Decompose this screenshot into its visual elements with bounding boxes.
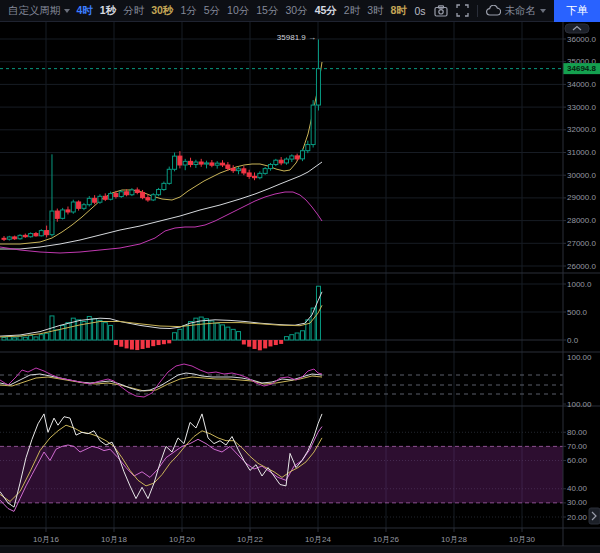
volume-bar — [13, 338, 17, 340]
candle-body — [39, 231, 43, 236]
candle-body — [316, 69, 320, 105]
candle-body — [226, 165, 230, 168]
volume-bar — [103, 323, 107, 340]
volume-bar — [162, 340, 166, 344]
candle-body — [125, 192, 129, 195]
candle-body — [141, 192, 145, 197]
volume-bar — [125, 340, 129, 348]
candle-body — [61, 210, 65, 218]
candle-body — [55, 211, 59, 218]
volume-bar — [29, 336, 33, 340]
countdown-timer: 0s — [414, 5, 425, 17]
axis-label: 10月30 — [509, 535, 535, 544]
candle-body — [231, 168, 235, 170]
volume-bar — [167, 340, 171, 343]
candle-body — [295, 156, 299, 159]
candle-body — [173, 156, 177, 169]
expand-panel-button[interactable] — [589, 508, 600, 524]
chart-canvas[interactable]: 36000.035000.034000.033000.032000.031000… — [0, 22, 600, 553]
axis-label: 10月22 — [237, 535, 263, 544]
collapse-panel-button[interactable] — [565, 24, 589, 33]
candle-body — [34, 234, 38, 236]
period-tab-9[interactable]: 45分 — [315, 4, 337, 18]
candle-body — [146, 198, 150, 200]
volume-bar — [45, 333, 49, 340]
period-tab-2[interactable]: 分时 — [123, 4, 144, 18]
period-tab-11[interactable]: 3时 — [367, 4, 383, 18]
candle-body — [194, 162, 198, 164]
toolbar-right: 0s 未命名 下单 — [414, 0, 600, 22]
volume-bar — [130, 340, 134, 350]
candle-body — [253, 176, 257, 177]
order-button[interactable]: 下单 — [554, 0, 600, 22]
candle-body — [183, 161, 187, 165]
period-tab-6[interactable]: 10分 — [227, 4, 249, 18]
fullscreen-icon[interactable] — [456, 4, 469, 17]
period-tab-4[interactable]: 1分 — [180, 4, 196, 18]
price-axis[interactable] — [564, 22, 600, 528]
axis-label: 10月20 — [169, 535, 195, 544]
axis-label: 35981.9 → — [277, 33, 316, 42]
high-marker: 35981.9 → — [277, 33, 316, 42]
candle-body — [13, 237, 17, 239]
period-tab-8[interactable]: 30分 — [285, 4, 307, 18]
candle-body — [290, 156, 294, 159]
candle-body — [237, 169, 241, 171]
candle-body — [210, 163, 214, 165]
candle-body — [199, 162, 203, 164]
axis-label: 10月16 — [33, 535, 59, 544]
candle-body — [205, 163, 209, 164]
candle-body — [279, 160, 283, 163]
candle-body — [284, 159, 288, 163]
volume-bar — [109, 325, 113, 340]
volume-bar — [242, 340, 246, 344]
volume-bar — [263, 340, 267, 348]
candle-body — [300, 151, 304, 159]
volume-bar — [306, 320, 310, 340]
scrollbar-track[interactable] — [0, 547, 600, 553]
candle-body — [2, 238, 6, 239]
candle-body — [306, 145, 310, 151]
candle-body — [162, 183, 166, 189]
volume-bar — [135, 340, 139, 350]
candle-body — [66, 210, 70, 212]
volume-bar — [253, 340, 257, 349]
volume-bar — [114, 340, 118, 345]
volume-bar — [215, 323, 219, 340]
candle-body — [258, 173, 262, 177]
screenshot-camera-icon[interactable] — [434, 5, 448, 17]
period-tab-10[interactable]: 2时 — [344, 4, 360, 18]
candle-body — [151, 195, 155, 200]
volume-bar — [66, 323, 70, 340]
period-tab-12[interactable]: 8时 — [391, 4, 407, 18]
volume-bar — [226, 327, 230, 340]
kdj-band — [0, 446, 563, 503]
volume-bar — [221, 325, 225, 340]
volume-bar — [295, 333, 299, 340]
period-tab-3[interactable]: 30秒 — [151, 4, 173, 18]
volume-bar — [61, 325, 65, 340]
cloud-save-menu[interactable]: 未命名 — [486, 4, 547, 18]
period-tab-5[interactable]: 5分 — [204, 4, 220, 18]
volume-bar — [157, 340, 161, 345]
volume-bar — [284, 337, 288, 340]
candle-body — [189, 161, 193, 164]
volume-bar — [2, 337, 6, 340]
time-axis[interactable]: 10月1610月1810月2010月2210月2410月2610月2810月30 — [0, 528, 600, 553]
candle-body — [242, 169, 246, 173]
cloud-icon — [486, 5, 501, 16]
volume-bar — [290, 335, 294, 340]
period-tab-7[interactable]: 15分 — [256, 4, 278, 18]
volume-bar — [300, 331, 304, 340]
volume-bar — [77, 320, 81, 340]
toolbar-divider — [477, 5, 478, 17]
candle-body — [50, 211, 54, 235]
volume-bar — [173, 333, 177, 340]
candle-body — [311, 105, 315, 144]
candle-body — [87, 198, 91, 204]
custom-period-menu[interactable]: 自定义周期 — [8, 4, 70, 18]
period-tab-0[interactable]: 4时 — [77, 4, 93, 18]
candle-body — [135, 190, 139, 192]
period-tab-1[interactable]: 1秒 — [100, 4, 116, 18]
workspace-name: 未命名 — [505, 4, 537, 18]
